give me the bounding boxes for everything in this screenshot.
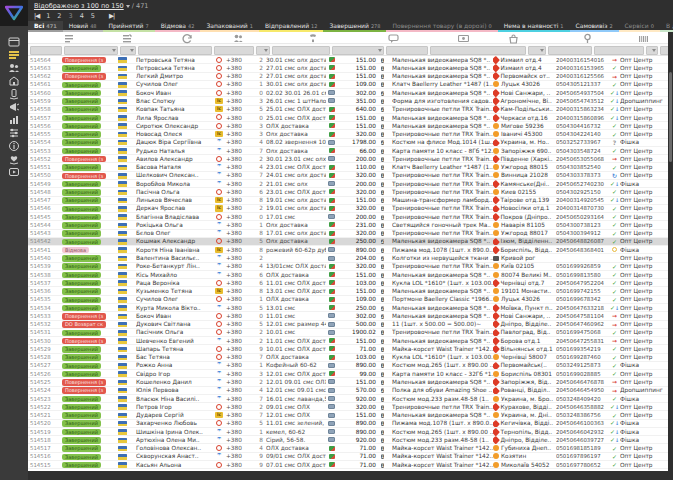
client-phone[interactable]: +380 [226,312,253,320]
client-phone[interactable]: +380 [226,262,253,270]
page-button-1[interactable]: 1 [46,12,50,20]
ttn-number[interactable]: 20400314870730 [556,204,609,212]
displayed-range[interactable]: Відображено з 100 по 150 / 471 [34,2,148,10]
filter-input-10[interactable] [528,46,546,55]
ttn-number[interactable]: 20450646358882 [556,403,609,411]
filter-input-12[interactable] [594,46,644,55]
sidebar-panel-icon[interactable] [0,36,28,48]
ttn-number[interactable]: 20450654743512 [556,97,609,105]
page-button-5[interactable]: 5 [91,12,95,20]
app-logo-icon[interactable] [0,0,28,26]
client-phone[interactable]: +380 [226,56,253,64]
ttn-number[interactable]: 0501699287460 [556,353,609,361]
tab-Відправлений[interactable]: Відправлений12 [259,21,324,32]
ttn-number[interactable]: 20450647460962 [556,320,609,328]
filter-input-6[interactable] [272,46,330,55]
ttn-number[interactable]: 20450647255831 [556,337,609,345]
ttn-number[interactable]: 0501697896197 [556,452,609,460]
client-phone[interactable]: +380 [226,370,253,378]
ttn-number[interactable]: 0504300738123 [556,221,609,229]
client-phone[interactable]: +380 [226,304,253,312]
ttn-number[interactable]: 20450652740230 [556,180,609,188]
ttn-number[interactable]: 20400316154016 [556,56,609,64]
client-phone[interactable]: +380 [226,271,253,279]
ttn-number[interactable]: 20400316125566 [556,72,609,80]
client-phone[interactable]: +380 [226,180,253,188]
filter-input-7[interactable] [332,46,384,55]
ttn-number[interactable]: 20450650293164 [556,213,609,221]
ttn-number[interactable]: 20450647633218 [556,304,609,312]
client-phone[interactable]: +380 [226,461,253,469]
sidebar-video-icon[interactable] [0,166,28,178]
sidebar-users-icon[interactable] [0,62,28,74]
client-phone[interactable]: +380 [226,64,253,72]
tab-Запакований[interactable]: Запакований1 [200,21,259,32]
ttn-number[interactable]: 20450648368401 [556,246,609,254]
tab-В дорозі додому[interactable]: В дорозі додому0 [660,21,673,32]
tab-Прийнятий[interactable]: Прийнятий7 [103,21,155,32]
client-phone[interactable]: +380 [226,229,253,237]
ttn-number[interactable]: 0503249125873 [556,361,609,369]
ttn-number[interactable]: 20450647581104 [556,312,609,320]
client-phone[interactable]: +380 [226,122,253,130]
client-phone[interactable]: +380 [226,345,253,353]
client-phone[interactable]: +380 [226,279,253,287]
client-phone[interactable]: +380 [226,428,253,436]
client-phone[interactable]: +380 [226,130,253,138]
last-page-button[interactable]: ▶| [109,12,114,20]
client-phone[interactable]: +380 [226,353,253,361]
filter-input-0[interactable] [30,46,62,55]
column-list-edit-icon[interactable] [120,33,134,43]
sidebar-megaphone-icon[interactable] [0,101,28,113]
column-users-icon[interactable] [231,33,245,43]
client-phone[interactable]: +380 [226,287,253,295]
ttn-number[interactable]: 20400315863234 [556,105,609,113]
client-phone[interactable]: +380 [226,444,253,452]
client-phone[interactable]: +380 [226,221,253,229]
ttn-number[interactable]: 0501699028885 [556,370,609,378]
column-bag-icon[interactable] [506,33,520,43]
column-banknote-icon[interactable] [456,33,470,43]
column-comment-icon[interactable] [386,33,400,43]
filter-input-5[interactable] [256,46,270,55]
column-pin-icon[interactable] [580,33,594,43]
filter-input-8[interactable] [386,46,428,55]
ttn-number[interactable]: 0504304416732 [556,122,609,130]
tab-Нема в наявності[interactable]: Нема в наявності1 [498,21,570,32]
page-button-2[interactable]: 2 [57,12,61,20]
client-phone[interactable]: +380 [226,188,253,196]
ttn-number[interactable]: 0504305121337 [556,80,609,88]
tab-Завершений[interactable]: Завершений278 [323,21,386,32]
vertical-scrollbar[interactable] [668,32,673,471]
sidebar-chart-icon[interactable] [0,114,28,126]
client-phone[interactable]: +380 [226,246,253,254]
client-phone[interactable]: +380 [226,419,253,427]
ttn-number[interactable]: 0503248409420 [556,395,609,403]
client-phone[interactable]: +380 [226,337,253,345]
sidebar-hand-phone-icon[interactable] [0,88,28,100]
order-row-514515[interactable]: 514515ЗавершенийКасьян Альона+380907.01 … [28,461,668,469]
sidebar-support-icon[interactable] [0,153,28,165]
sidebar-building-icon[interactable] [0,75,28,87]
tab-Відмова[interactable]: Відмова42 [155,21,201,32]
filter-input-11[interactable] [548,46,592,55]
client-phone[interactable]: +380 [226,80,253,88]
ttn-number[interactable]: 0504303378373 [556,171,609,179]
ttn-number[interactable]: 0501699926859 [556,262,609,270]
client-phone[interactable]: +380 [226,411,253,419]
client-phone[interactable]: +380 [226,452,253,460]
ttn-number[interactable]: 0504303852540 [556,163,609,171]
ttn-number[interactable]: 0501699813580 [556,271,609,279]
ttn-number[interactable]: 0501699742155 [556,287,609,295]
ttn-number[interactable]: 20450647952204 [556,279,609,287]
client-phone[interactable]: +380 [226,436,253,444]
column-rows-icon[interactable] [62,33,76,43]
page-button-4[interactable]: 4 [80,12,84,20]
column-phone-icon[interactable] [306,33,320,43]
client-phone[interactable]: +380 [226,213,253,221]
ttn-number[interactable]: 20400314920545 [556,196,609,204]
first-page-button[interactable]: |◀ [34,12,39,20]
ttn-number[interactable]: 20400315860896 [556,114,609,122]
ttn-number[interactable]: 20450648826087 [556,237,609,245]
ttn-number[interactable]: 20450646454950 [556,386,609,394]
